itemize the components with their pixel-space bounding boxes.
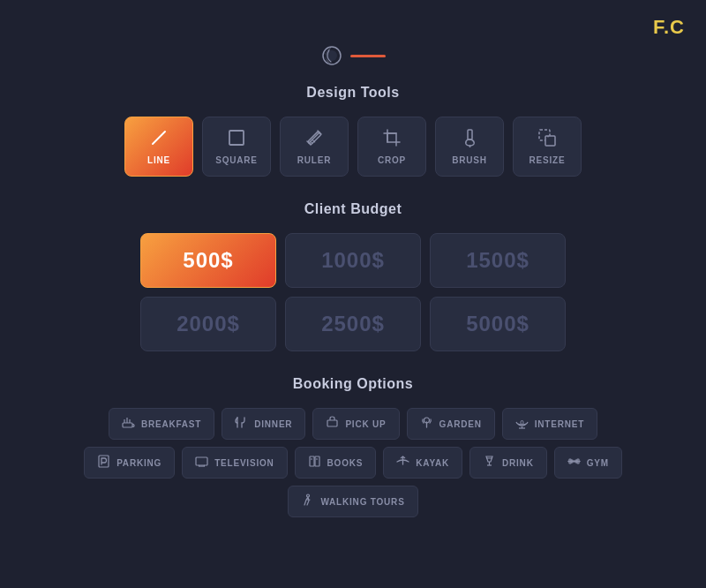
booking-walking-tours[interactable]: WALKING TOURS <box>288 486 417 517</box>
budget-2000[interactable]: 2000$ <box>140 297 276 351</box>
design-tools-section: Design Tools LINE SQUARE <box>0 85 706 177</box>
booking-books[interactable]: BOOKS <box>295 447 377 479</box>
crop-icon <box>382 128 402 150</box>
booking-kayak[interactable]: KAYAK <box>383 447 462 479</box>
pick-up-label: PICK UP <box>345 419 386 429</box>
pick-up-icon <box>326 416 339 432</box>
internet-label: INTERNET <box>535 419 584 429</box>
crop-label: CROP <box>378 155 406 165</box>
booking-pick-up[interactable]: PICK UP <box>312 408 399 440</box>
walking-tours-icon <box>301 494 314 509</box>
square-label: SQUARE <box>215 155 258 165</box>
svg-rect-12 <box>468 130 472 139</box>
svg-rect-24 <box>99 456 109 467</box>
line-label: LINE <box>147 155 170 165</box>
svg-rect-16 <box>123 423 132 427</box>
internet-icon <box>515 416 529 432</box>
svg-rect-3 <box>229 131 244 145</box>
svg-rect-15 <box>545 136 555 146</box>
resize-label: RESIZE <box>530 155 566 165</box>
budget-1500[interactable]: 1500$ <box>430 233 566 288</box>
booking-television[interactable]: TELEVISION <box>182 447 287 479</box>
tool-brush[interactable]: BRUSH <box>435 117 504 177</box>
svg-line-5 <box>311 142 312 143</box>
top-icon-area <box>320 44 386 67</box>
booking-gym[interactable]: GYM <box>554 447 622 479</box>
parking-icon <box>97 455 110 471</box>
breakfast-label: BREAKFAST <box>141 419 201 429</box>
budget-title: Client Budget <box>304 201 402 217</box>
drink-icon <box>483 455 496 471</box>
line-icon <box>149 128 169 150</box>
dinner-label: DINNER <box>254 419 292 429</box>
garden-label: GARDEN <box>439 419 482 429</box>
tools-grid: LINE SQUARE RULER <box>124 117 582 177</box>
budget-500[interactable]: 500$ <box>140 233 276 288</box>
booking-parking[interactable]: PARKING <box>84 447 175 479</box>
booking-breakfast[interactable]: BREAKFAST <box>109 408 214 440</box>
walking-tours-label: WALKING TOURS <box>320 497 404 507</box>
budget-1000[interactable]: 1000$ <box>285 233 421 288</box>
books-label: BOOKS <box>327 458 364 468</box>
tool-line[interactable]: LINE <box>124 117 193 177</box>
brush-icon <box>460 128 479 150</box>
svg-line-2 <box>153 132 165 144</box>
television-label: TELEVISION <box>214 458 274 468</box>
svg-rect-30 <box>315 456 319 466</box>
tool-square[interactable]: SQUARE <box>202 117 271 177</box>
tool-resize[interactable]: RESIZE <box>513 117 582 177</box>
budget-section: Client Budget 500$ 1000$ 1500$ 2000$ 250… <box>0 201 706 351</box>
budget-grid: 500$ 1000$ 1500$ 2000$ 2500$ 5000$ <box>140 233 566 351</box>
kayak-icon <box>396 455 409 471</box>
booking-drink[interactable]: DRINK <box>469 447 547 479</box>
booking-section: Booking Options BREAKFASTDINNERPICK UPGA… <box>0 376 706 517</box>
svg-rect-20 <box>327 420 337 426</box>
garden-icon <box>420 416 433 432</box>
square-icon <box>227 128 246 150</box>
booking-title: Booking Options <box>293 376 413 392</box>
budget-5000[interactable]: 5000$ <box>430 297 566 351</box>
books-icon <box>308 455 321 471</box>
svg-rect-25 <box>196 457 207 465</box>
kayak-label: KAYAK <box>416 458 449 468</box>
ruler-icon <box>304 128 324 150</box>
svg-rect-9 <box>387 133 396 142</box>
divider-line <box>350 55 386 57</box>
design-tools-title: Design Tools <box>306 85 399 101</box>
budget-2500[interactable]: 2500$ <box>285 297 421 351</box>
television-icon <box>195 455 208 471</box>
booking-internet[interactable]: INTERNET <box>502 408 597 440</box>
resize-icon <box>537 128 557 150</box>
breakfast-icon <box>122 416 135 432</box>
brush-label: BRUSH <box>452 155 487 165</box>
logo: F.C <box>653 16 685 39</box>
parking-label: PARKING <box>116 458 161 468</box>
ruler-label: RULER <box>297 155 331 165</box>
svg-rect-29 <box>310 456 314 466</box>
drink-label: DRINK <box>502 458 534 468</box>
gym-icon <box>567 455 581 471</box>
moon-icon <box>320 44 343 67</box>
booking-garden[interactable]: GARDEN <box>407 408 495 440</box>
tool-crop[interactable]: CROP <box>357 117 426 177</box>
tool-ruler[interactable]: RULER <box>280 117 349 177</box>
gym-label: GYM <box>587 458 609 468</box>
booking-dinner[interactable]: DINNER <box>222 408 305 440</box>
booking-grid: BREAKFASTDINNERPICK UPGARDENINTERNETPARK… <box>62 408 644 517</box>
dinner-icon <box>235 416 248 432</box>
